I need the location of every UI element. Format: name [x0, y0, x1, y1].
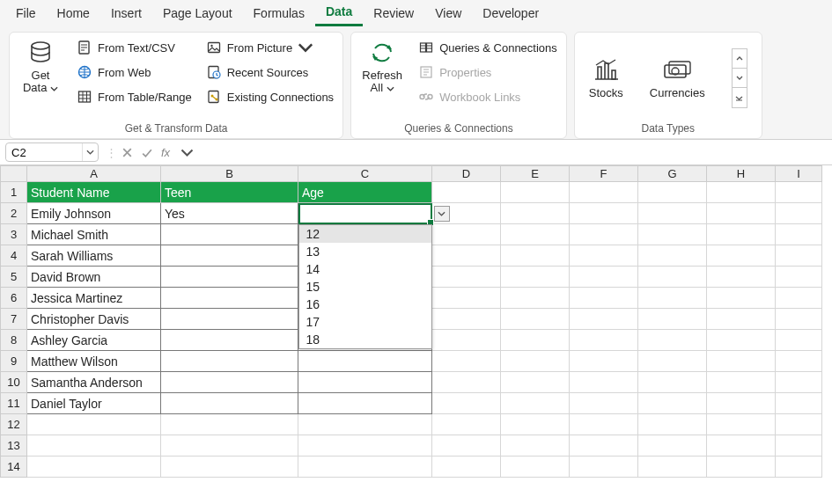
- cell-A8[interactable]: Ashley Garcia: [27, 330, 161, 351]
- cell-H8[interactable]: [707, 330, 776, 351]
- col-header-C[interactable]: C: [298, 166, 432, 182]
- cell-I9[interactable]: [776, 351, 822, 372]
- cell-C12[interactable]: [298, 414, 432, 435]
- cell-H12[interactable]: [707, 414, 776, 435]
- tab-file[interactable]: File: [5, 0, 47, 26]
- name-box-dropdown[interactable]: [82, 143, 98, 161]
- cell-F13[interactable]: [570, 435, 638, 457]
- cell-A14[interactable]: [27, 457, 161, 478]
- cell-D11[interactable]: [432, 393, 501, 414]
- cell-E14[interactable]: [501, 457, 570, 478]
- col-header-D[interactable]: D: [432, 166, 501, 182]
- cell-H7[interactable]: [707, 309, 776, 330]
- tab-review[interactable]: Review: [363, 0, 424, 26]
- row-header-1[interactable]: 1: [1, 182, 27, 203]
- dropdown-option[interactable]: 18: [299, 331, 431, 348]
- cell-B7[interactable]: [161, 309, 298, 330]
- fx-dropdown[interactable]: [177, 142, 196, 162]
- row-header-3[interactable]: 3: [1, 224, 27, 245]
- cell-A13[interactable]: [27, 435, 161, 457]
- cell-B13[interactable]: [161, 435, 298, 457]
- cell-E7[interactable]: [501, 309, 570, 330]
- row-header-10[interactable]: 10: [1, 372, 27, 393]
- cell-B2[interactable]: Yes: [161, 203, 298, 224]
- cell-I7[interactable]: [776, 309, 822, 330]
- cell-H4[interactable]: [707, 245, 776, 267]
- cell-G8[interactable]: [638, 330, 707, 351]
- cell-F7[interactable]: [570, 309, 638, 330]
- cell-D7[interactable]: [432, 309, 501, 330]
- cell-A2[interactable]: Emily Johnson: [27, 203, 161, 224]
- cell-E11[interactable]: [501, 393, 570, 414]
- cell-F6[interactable]: [570, 288, 638, 309]
- from-text-csv-button[interactable]: From Text/CSV: [73, 36, 195, 59]
- cell-F1[interactable]: [570, 182, 638, 203]
- recent-sources-button[interactable]: Recent Sources: [202, 61, 337, 84]
- cell-G7[interactable]: [638, 309, 707, 330]
- cell-C11[interactable]: [298, 393, 432, 414]
- row-header-9[interactable]: 9: [1, 351, 27, 372]
- cell-G6[interactable]: [638, 288, 707, 309]
- cell-D1[interactable]: [432, 182, 501, 203]
- cell-B14[interactable]: [161, 457, 298, 478]
- cell-H5[interactable]: [707, 267, 776, 288]
- row-header-7[interactable]: 7: [1, 309, 27, 330]
- cell-E12[interactable]: [501, 414, 570, 435]
- cell-B4[interactable]: [161, 245, 298, 267]
- cell-D9[interactable]: [432, 351, 501, 372]
- cell-A5[interactable]: David Brown: [27, 267, 161, 288]
- cell-B12[interactable]: [161, 414, 298, 435]
- col-header-I[interactable]: I: [776, 166, 822, 182]
- cell-D10[interactable]: [432, 372, 501, 393]
- cell-I11[interactable]: [776, 393, 822, 414]
- cell-H11[interactable]: [707, 393, 776, 414]
- tab-home[interactable]: Home: [47, 0, 100, 26]
- cell-G5[interactable]: [638, 267, 707, 288]
- cell-H2[interactable]: [707, 203, 776, 224]
- cell-G11[interactable]: [638, 393, 707, 414]
- existing-connections-button[interactable]: Existing Connections: [202, 85, 337, 108]
- row-header-2[interactable]: 2: [1, 203, 27, 224]
- cell-C13[interactable]: [298, 435, 432, 457]
- cell-D5[interactable]: [432, 267, 501, 288]
- tab-formulas[interactable]: Formulas: [243, 0, 315, 26]
- cell-I2[interactable]: [776, 203, 822, 224]
- row-header-14[interactable]: 14: [1, 457, 27, 478]
- cell-D3[interactable]: [432, 224, 501, 245]
- col-header-G[interactable]: G: [638, 166, 707, 182]
- cell-H6[interactable]: [707, 288, 776, 309]
- queries-connections-button[interactable]: Queries & Connections: [415, 36, 561, 59]
- name-box[interactable]: [5, 142, 99, 162]
- cell-A9[interactable]: Matthew Wilson: [27, 351, 161, 372]
- cell-A12[interactable]: [27, 414, 161, 435]
- cell-G2[interactable]: [638, 203, 707, 224]
- cell-A6[interactable]: Jessica Martinez: [27, 288, 161, 309]
- col-header-H[interactable]: H: [707, 166, 776, 182]
- stocks-button[interactable]: Stocks: [589, 58, 623, 99]
- cell-H13[interactable]: [707, 435, 776, 457]
- cell-B10[interactable]: [161, 372, 298, 393]
- dropdown-option[interactable]: 16: [299, 296, 431, 313]
- cell-C2[interactable]: [298, 203, 432, 224]
- cell-D8[interactable]: [432, 330, 501, 351]
- cell-G9[interactable]: [638, 351, 707, 372]
- row-header-12[interactable]: 12: [1, 414, 27, 435]
- cell-E13[interactable]: [501, 435, 570, 457]
- cell-I13[interactable]: [776, 435, 822, 457]
- cell-B5[interactable]: [161, 267, 298, 288]
- cell-E8[interactable]: [501, 330, 570, 351]
- cell-A10[interactable]: Samantha Anderson: [27, 372, 161, 393]
- cell-I8[interactable]: [776, 330, 822, 351]
- cell-G12[interactable]: [638, 414, 707, 435]
- dropdown-option[interactable]: 13: [299, 243, 431, 260]
- dropdown-option[interactable]: 15: [299, 278, 431, 296]
- cell-F4[interactable]: [570, 245, 638, 267]
- cell-F5[interactable]: [570, 267, 638, 288]
- refresh-all-button[interactable]: RefreshAll: [357, 36, 408, 96]
- col-header-B[interactable]: B: [161, 166, 298, 182]
- row-header-4[interactable]: 4: [1, 245, 27, 267]
- cell-C10[interactable]: [298, 372, 432, 393]
- cell-H1[interactable]: [707, 182, 776, 203]
- fx-button[interactable]: fx: [156, 142, 175, 162]
- cell-D12[interactable]: [432, 414, 501, 435]
